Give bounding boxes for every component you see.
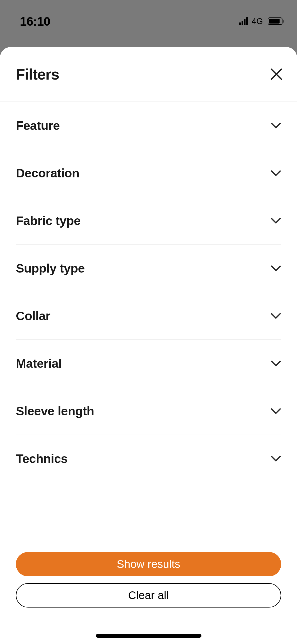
network-type: 4G [252, 16, 263, 26]
battery-icon [268, 17, 282, 25]
filter-label: Feature [16, 118, 60, 133]
chevron-down-icon [271, 360, 281, 367]
filter-label: Decoration [16, 166, 79, 180]
filter-label: Collar [16, 309, 50, 323]
filter-label: Sleeve length [16, 404, 94, 418]
sheet-title: Filters [16, 66, 59, 83]
home-indicator[interactable] [96, 634, 201, 638]
filter-row-supply-type[interactable]: Supply type [16, 245, 281, 292]
status-time: 16:10 [20, 14, 50, 29]
filter-row-collar[interactable]: Collar [16, 292, 281, 340]
status-bar: 16:10 4G [0, 0, 297, 34]
close-icon[interactable] [270, 68, 282, 80]
filter-row-material[interactable]: Material [16, 340, 281, 387]
chevron-down-icon [271, 122, 281, 129]
show-results-button[interactable]: Show results [16, 552, 281, 576]
filter-row-technics[interactable]: Technics [16, 435, 281, 482]
filters-list: Feature Decoration Fabric type Supply ty… [0, 102, 297, 482]
filter-row-fabric-type[interactable]: Fabric type [16, 197, 281, 245]
clear-all-button[interactable]: Clear all [16, 583, 281, 608]
filter-label: Fabric type [16, 213, 81, 228]
chevron-down-icon [271, 218, 281, 224]
chevron-down-icon [271, 456, 281, 462]
sheet-header: Filters [0, 47, 297, 102]
chevron-down-icon [271, 170, 281, 176]
filters-sheet: Filters Feature Decoration Fabric type S… [0, 47, 297, 644]
chevron-down-icon [271, 265, 281, 272]
filter-label: Material [16, 356, 62, 371]
signal-icon [239, 17, 248, 25]
chevron-down-icon [271, 313, 281, 319]
chevron-down-icon [271, 408, 281, 414]
filter-label: Supply type [16, 261, 85, 275]
filter-row-feature[interactable]: Feature [16, 102, 281, 149]
filter-row-sleeve-length[interactable]: Sleeve length [16, 387, 281, 435]
status-indicators: 4G [239, 16, 282, 26]
filter-label: Technics [16, 451, 68, 466]
filter-row-decoration[interactable]: Decoration [16, 149, 281, 197]
action-buttons: Show results Clear all [16, 552, 281, 608]
